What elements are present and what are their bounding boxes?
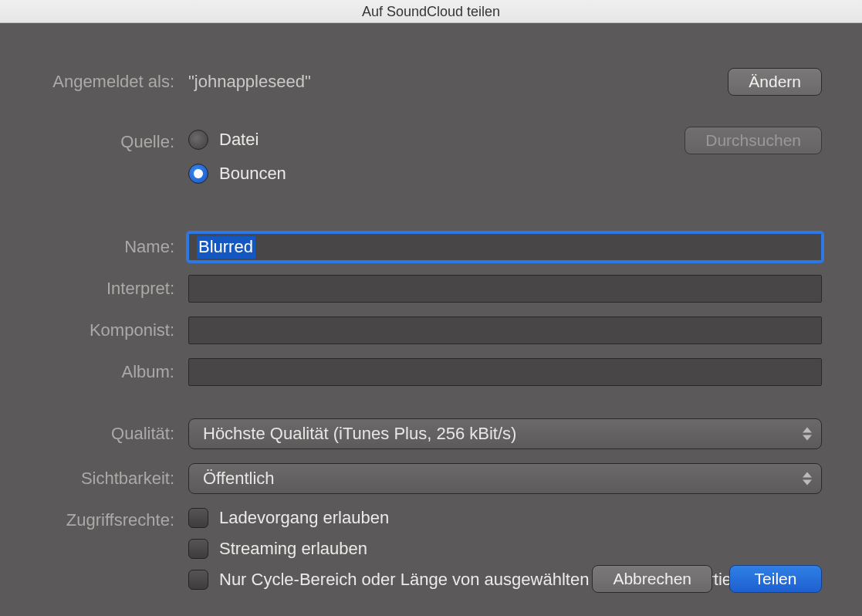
change-account-button-label: Ändern — [749, 73, 801, 91]
share-button-label: Teilen — [755, 570, 797, 588]
name-label: Name: — [40, 237, 177, 257]
access-streaming-checkbox[interactable]: Streaming erlauben — [188, 539, 822, 559]
checkbox-icon — [188, 508, 208, 528]
quality-label: Qualität: — [40, 424, 177, 444]
interpret-input[interactable] — [188, 275, 822, 303]
radio-label-file: Datei — [219, 130, 259, 150]
access-download-checkbox[interactable]: Ladevorgang erlauben — [188, 508, 822, 528]
source-radio-file[interactable]: Datei — [188, 130, 286, 150]
browse-button-label: Durchsuchen — [705, 131, 801, 150]
radio-icon — [188, 164, 208, 184]
visibility-select[interactable]: Öffentlich — [188, 463, 822, 494]
quality-select[interactable]: Höchste Qualität (iTunes Plus, 256 kBit/… — [188, 418, 822, 449]
name-input-value: Blurred — [197, 236, 255, 259]
source-label: Quelle: — [40, 130, 177, 152]
share-button[interactable]: Teilen — [729, 565, 822, 593]
cancel-button-label: Abbrechen — [613, 570, 691, 588]
source-radio-bounce[interactable]: Bouncen — [188, 164, 286, 184]
share-dialog: Auf SoundCloud teilen Angemeldet als: "j… — [0, 0, 862, 616]
album-input[interactable] — [188, 358, 822, 386]
dialog-footer: Abbrechen Teilen — [592, 565, 822, 593]
quality-select-value: Höchste Qualität (iTunes Plus, 256 kBit/… — [203, 424, 516, 443]
browse-button[interactable]: Durchsuchen — [685, 127, 822, 154]
dialog-panel: Angemeldet als: "johnappleseed" Ändern Q… — [0, 23, 862, 616]
chevron-updown-icon — [801, 428, 813, 441]
radio-icon — [188, 130, 208, 150]
checkbox-icon — [188, 539, 208, 559]
change-account-button[interactable]: Ändern — [728, 68, 822, 96]
access-download-label: Ladevorgang erlauben — [219, 508, 389, 528]
access-label: Zugriffsrechte: — [40, 508, 177, 530]
access-streaming-label: Streaming erlauben — [219, 539, 367, 559]
composer-label: Komponist: — [40, 320, 177, 340]
cancel-button[interactable]: Abbrechen — [592, 565, 712, 593]
account-label: Angemeldet als: — [40, 72, 177, 92]
visibility-label: Sichtbarkeit: — [40, 469, 177, 489]
account-value: "johnappleseed" — [188, 72, 311, 92]
visibility-select-value: Öffentlich — [203, 469, 275, 488]
interpret-label: Interpret: — [40, 279, 177, 299]
chevron-updown-icon — [801, 472, 813, 486]
checkbox-icon — [188, 570, 208, 590]
window-title: Auf SoundCloud teilen — [0, 0, 862, 23]
radio-label-bounce: Bouncen — [219, 164, 286, 184]
album-label: Album: — [40, 362, 177, 382]
name-input[interactable]: Blurred — [188, 233, 822, 261]
composer-input[interactable] — [188, 316, 822, 344]
